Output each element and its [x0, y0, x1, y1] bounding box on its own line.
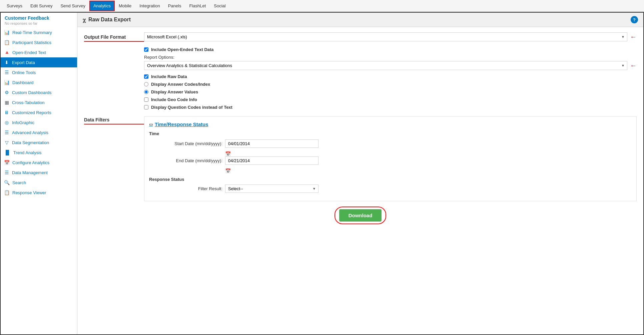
sidebar-item-participant-statistics[interactable]: 📋 Participant Statistics [1, 37, 77, 47]
nav-integration[interactable]: Integration [135, 1, 164, 11]
display-question-codes-checkbox[interactable] [144, 105, 148, 109]
end-date-row: End Date (mm/dd/yyyy): [149, 156, 632, 165]
include-open-ended-checkbox[interactable] [144, 47, 148, 52]
include-raw-data-row: Include Raw Data [144, 74, 637, 79]
checkbox-options-section: Include Raw Data Display Answer Codes/In… [144, 74, 637, 110]
viewer-icon: 📋 [4, 190, 10, 195]
nav-send-survey[interactable]: Send Survey [56, 1, 89, 11]
report-options-select-row: Overview Analytics & Statistical Calcula… [144, 61, 637, 70]
filter-result-select[interactable]: Select-- Complete Incomplete Disqualifie… [225, 185, 318, 193]
filter-result-label: Filter Result: [149, 186, 222, 191]
data-icon: ☰ [4, 170, 9, 175]
filter-result-row: Filter Result: Select-- Complete Incompl… [149, 185, 632, 193]
report-options-label: Report Options: [144, 55, 637, 60]
sidebar-item-label: Online Tools [12, 70, 36, 75]
end-date-label: End Date (mm/dd/yyyy): [149, 158, 222, 163]
data-filters-content: ▭ Time/Response Status Time Start Date (… [144, 115, 637, 201]
download-button[interactable]: Download [339, 209, 382, 222]
content-header: 𝛘 Raw Data Export ? [77, 13, 643, 27]
nav-flashlet[interactable]: FlashLet [185, 1, 210, 11]
start-date-label: Start Date (mm/dd/yyyy): [149, 141, 222, 146]
bars-icon: ▐▌ [4, 150, 11, 155]
calendar-icon: 📅 [4, 160, 10, 165]
sidebar-item-label: Customized Reports [12, 110, 51, 115]
page-title: Raw Data Export [88, 17, 131, 23]
sidebar-item-label: Dashboard [12, 80, 34, 85]
sidebar-item-data-segmentation[interactable]: ▽ Data Segmentation [1, 137, 77, 147]
display-answer-values-radio[interactable] [144, 90, 148, 94]
sidebar-item-label: Data Management [12, 170, 48, 175]
time-label: Time [149, 131, 632, 136]
download-button-wrapper: Download [339, 209, 382, 222]
filters-section: ▭ Time/Response Status Time Start Date (… [144, 116, 637, 201]
end-date-input[interactable] [225, 156, 318, 165]
nav-analytics[interactable]: Analytics [89, 1, 115, 11]
sidebar-item-label: Participant Statistics [12, 40, 51, 45]
report-options-select-wrapper: Overview Analytics & Statistical Calcula… [144, 61, 627, 70]
include-raw-data-label: Include Raw Data [151, 74, 187, 79]
monitor-icon: 🖥 [4, 110, 9, 115]
sidebar-item-label: InfoGraphic [12, 120, 34, 125]
top-nav: Surveys Edit Survey Send Survey Analytic… [0, 0, 644, 12]
sidebar-item-dashboard[interactable]: 📊 Dashboard [1, 77, 77, 87]
arrow-right-icon: ← [630, 33, 637, 41]
sidebar-item-label: Open-Ended Text [12, 50, 46, 55]
help-button[interactable]: ? [631, 16, 638, 23]
nav-surveys[interactable]: Surveys [3, 1, 26, 11]
output-format-label: Output File Format [84, 32, 144, 42]
nav-social[interactable]: Social [210, 1, 229, 11]
download-area: Download [84, 209, 637, 222]
sidebar-item-open-ended-text[interactable]: 🔺 Open-Ended Text [1, 47, 77, 57]
start-date-input[interactable] [225, 139, 318, 148]
sidebar-item-search[interactable]: 🔍 Search [1, 178, 77, 188]
display-answer-codes-radio[interactable] [144, 82, 148, 86]
include-raw-data-checkbox[interactable] [144, 74, 148, 79]
output-format-select[interactable]: Microsoft Excel (.xls) CSV SPSS XML [144, 32, 627, 41]
collapse-icon[interactable]: ▭ [149, 122, 153, 127]
nav-edit-survey[interactable]: Edit Survey [26, 1, 56, 11]
output-format-row: Output File Format Microsoft Excel (.xls… [84, 32, 637, 42]
sidebar-item-trend-analysis[interactable]: ▐▌ Trend Analysis [1, 147, 77, 157]
sidebar-item-label: Response Viewer [12, 190, 46, 195]
lines-icon: ☰ [4, 130, 9, 135]
sidebar-item-custom-dashboards[interactable]: ⚙ Custom Dashboards [1, 87, 77, 97]
sidebar-item-online-tools[interactable]: ☰ Online Tools [1, 67, 77, 77]
dashboard-icon: 📊 [4, 80, 10, 85]
sidebar-title: Customer Feedback [1, 13, 77, 21]
start-date-calendar-row: 📅 [149, 151, 632, 156]
sidebar-item-configure-analytics[interactable]: 📅 Configure Analytics [1, 157, 77, 168]
sidebar-item-infographic[interactable]: ◎ InfoGraphic [1, 117, 77, 127]
start-date-calendar-icon[interactable]: 📅 [225, 151, 231, 156]
sidebar-item-real-time-summary[interactable]: 📊 Real-Time Summary [1, 27, 77, 37]
circle-icon: ◎ [4, 120, 9, 125]
arrow-right-icon-2: ← [630, 62, 637, 69]
display-question-codes-label: Display Question Codes instead of Text [151, 105, 232, 110]
output-format-select-row: Microsoft Excel (.xls) CSV SPSS XML ← [144, 32, 637, 41]
output-format-select-wrapper: Microsoft Excel (.xls) CSV SPSS XML [144, 32, 627, 41]
main-layout: Customer Feedback No responses so far 📊 … [0, 12, 644, 335]
include-geo-code-checkbox[interactable] [144, 97, 148, 102]
menu-icon: ☰ [4, 70, 9, 75]
display-answer-codes-label: Display Answer Codes/Index [151, 82, 210, 87]
sidebar-item-customized-reports[interactable]: 🖥 Customized Reports [1, 107, 77, 117]
include-geo-code-row: Include Geo Code Info [144, 97, 637, 102]
report-options-section: Report Options: Overview Analytics & Sta… [144, 55, 637, 70]
end-date-calendar-icon[interactable]: 📅 [225, 168, 231, 174]
data-filters-row: Data Filters ▭ Time/Response Status Time… [84, 115, 637, 201]
report-options-select[interactable]: Overview Analytics & Statistical Calcula… [144, 61, 627, 70]
sidebar-item-response-viewer[interactable]: 📋 Response Viewer [1, 188, 77, 198]
include-open-ended-label: Include Open-Ended Text Data [151, 47, 214, 52]
include-open-ended-checkbox-row: Include Open-Ended Text Data [144, 47, 637, 52]
sidebar-item-label: Data Segmentation [12, 140, 49, 145]
sidebar-item-cross-tabulation[interactable]: ▦ Cross-Tabulation [1, 97, 77, 107]
sidebar-item-export-data[interactable]: ⬇ Export Data [1, 57, 77, 67]
nav-mobile[interactable]: Mobile [115, 1, 135, 11]
sidebar-item-label: Cross-Tabulation [12, 100, 45, 105]
sidebar-item-data-management[interactable]: ☰ Data Management [1, 168, 77, 178]
sidebar-item-label: Custom Dashboards [12, 90, 52, 95]
nav-panels[interactable]: Panels [164, 1, 185, 11]
download-icon: ⬇ [4, 60, 9, 65]
sidebar-item-label: Real-Time Summary [12, 30, 52, 35]
start-date-row: Start Date (mm/dd/yyyy): [149, 139, 632, 148]
sidebar-item-advanced-analysis[interactable]: ☰ Advanced Analysis [1, 127, 77, 137]
